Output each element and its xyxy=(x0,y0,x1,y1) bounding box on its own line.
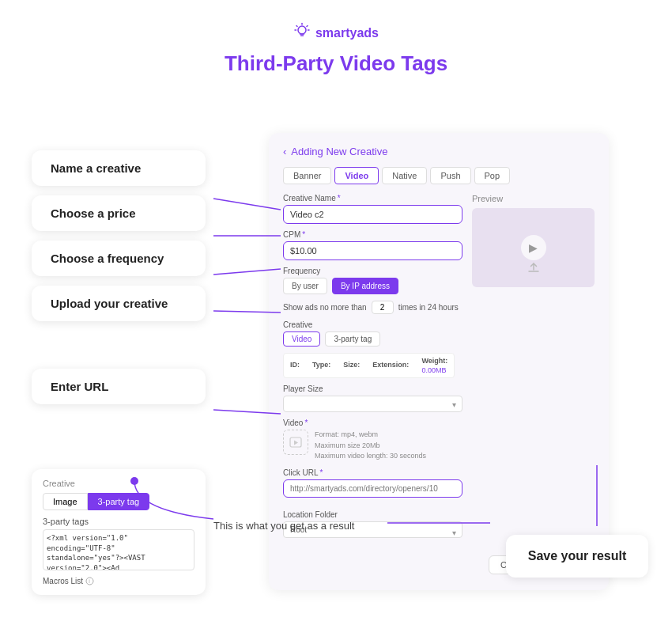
step-choose-price[interactable]: Choose a price xyxy=(32,195,206,231)
logo-text: smartyads xyxy=(315,26,379,40)
table-col-weight: Weight: 0.00MB xyxy=(421,357,447,374)
step-choose-frequency[interactable]: Choose a frequency xyxy=(32,241,206,276)
svg-text:i: i xyxy=(89,578,90,584)
video-label: Video * xyxy=(283,419,462,427)
step-enter-url[interactable]: Enter URL xyxy=(32,369,206,404)
preview-box: ▶ xyxy=(472,208,595,287)
back-arrow[interactable]: ‹ xyxy=(283,146,286,157)
preview-upload-icon xyxy=(525,259,542,279)
click-url-input[interactable] xyxy=(283,479,462,498)
preview-play-icon: ▶ xyxy=(521,235,546,260)
tab-push[interactable]: Push xyxy=(430,167,470,184)
tab-pop[interactable]: Pop xyxy=(474,167,511,184)
table-col-extension: Extension: xyxy=(372,361,409,370)
field-group-cpm: CPM * xyxy=(283,230,462,260)
page-title: Third-Party Video Tags xyxy=(0,51,672,76)
page-wrapper: smartyads Third-Party Video Tags Name a … xyxy=(0,0,672,625)
location-folder-label: Location Folder xyxy=(283,510,462,519)
creative-section-label: Creative xyxy=(283,320,462,329)
step-name-creative[interactable]: Name a creative xyxy=(32,150,206,186)
freq-btn-byuser[interactable]: By user xyxy=(283,278,327,294)
result-label: This is what you get as a result xyxy=(213,520,354,532)
cpm-label: CPM * xyxy=(283,230,462,239)
field-group-name: Creative Name * xyxy=(283,194,462,224)
cpm-input[interactable] xyxy=(283,241,462,260)
frequency-row: By user By IP address xyxy=(283,278,462,294)
tab-banner[interactable]: Banner xyxy=(283,167,331,184)
form-content: Creative Name * CPM * Frequenc xyxy=(283,194,595,551)
table-col-size: Size: xyxy=(343,361,360,370)
field-group-creative: Creative Video 3-party tag xyxy=(283,320,462,347)
field-group-video: Video * Format: mp4, webm Maximum s xyxy=(283,419,462,462)
svg-point-0 xyxy=(298,26,306,34)
bottom-panel-creative-label: Creative xyxy=(43,479,194,488)
creative-type-video[interactable]: Video xyxy=(283,331,320,347)
party-tags-label: 3-party tags xyxy=(43,517,194,526)
table-col-type: Type: xyxy=(312,361,330,370)
field-group-frequency: Frequency By user By IP address Show ads… xyxy=(283,267,462,314)
tab-3party-small[interactable]: 3-party tag xyxy=(88,493,150,510)
logo-icon xyxy=(293,22,311,44)
tab-image-small[interactable]: Image xyxy=(43,493,88,510)
video-upload-area[interactable]: Format: mp4, webm Maximum size 20Mb Maxi… xyxy=(283,430,462,462)
player-size-select[interactable] xyxy=(283,396,462,412)
table-col-id: ID: xyxy=(290,361,300,370)
creative-type-row: Video 3-party tag xyxy=(283,331,462,347)
form-left: Creative Name * CPM * Frequenc xyxy=(283,194,462,551)
macros-link[interactable]: Macros List i xyxy=(43,577,194,585)
tab-video[interactable]: Video xyxy=(334,167,379,184)
steps-panel: Name a creative Choose a price Choose a … xyxy=(32,150,206,404)
step-upload-creative[interactable]: Upload your creative xyxy=(32,286,206,321)
frequency-label: Frequency xyxy=(283,267,462,275)
save-panel: Save your result xyxy=(506,535,648,578)
show-ads-row: Show ads no more than times in 24 hours xyxy=(283,301,462,314)
creative-type-3party[interactable]: 3-party tag xyxy=(325,331,380,347)
form-breadcrumb: Adding New Creative xyxy=(291,146,387,157)
save-panel-text: Save your result xyxy=(522,549,632,563)
creative-name-label: Creative Name * xyxy=(283,194,462,203)
field-group-player-size: Player Size xyxy=(283,384,462,412)
party-tags-textarea[interactable]: <?xml version="1.0" encoding="UTF-8" sta… xyxy=(43,529,194,570)
preview-label: Preview xyxy=(472,194,595,203)
click-url-label: Click URL * xyxy=(283,468,462,477)
show-ads-input[interactable] xyxy=(372,301,394,314)
header: smartyads Third-Party Video Tags xyxy=(0,0,672,76)
bottom-left-panel: Creative Image 3-party tag 3-party tags … xyxy=(32,469,206,595)
creative-name-input[interactable] xyxy=(283,205,462,224)
format-tabs: Banner Video Native Push Pop xyxy=(283,167,595,184)
player-size-select-wrapper xyxy=(283,396,462,412)
freq-btn-byip[interactable]: By IP address xyxy=(332,278,398,294)
creative-table: ID: Type: Size: Extension: xyxy=(283,353,462,378)
form-header: ‹ Adding New Creative xyxy=(283,146,595,157)
video-upload-text: Format: mp4, webm Maximum size 20Mb Maxi… xyxy=(315,430,426,462)
field-group-click-url: Click URL * xyxy=(283,468,462,504)
video-upload-icon xyxy=(283,430,308,455)
player-size-label: Player Size xyxy=(283,384,462,393)
logo-area: smartyads xyxy=(0,22,672,44)
form-right: Preview ▶ xyxy=(472,194,595,551)
creative-tabs-small: Image 3-party tag xyxy=(43,493,194,510)
tab-native[interactable]: Native xyxy=(382,167,427,184)
creative-table-info: ID: Type: Size: Extension: xyxy=(283,353,455,378)
